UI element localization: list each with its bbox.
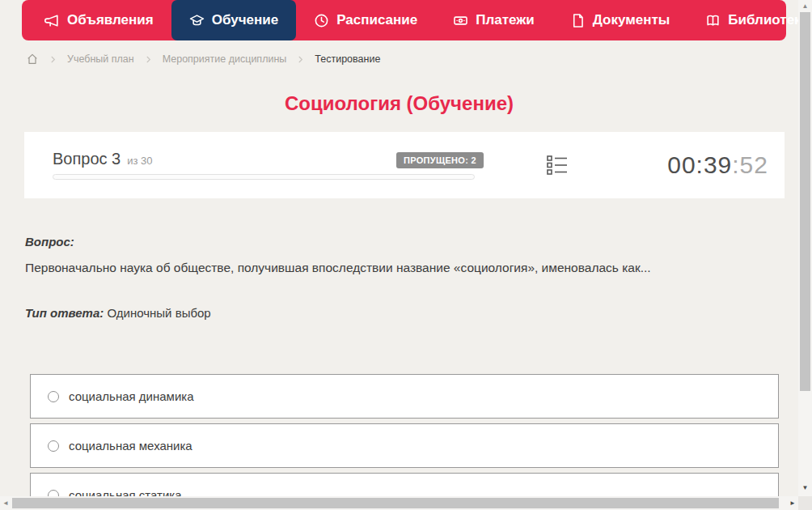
scroll-up-arrow-icon[interactable]: ▲: [798, 2, 812, 10]
answer-type-label: Тип ответа:: [25, 306, 104, 320]
breadcrumb: Учебный план Мероприятие дисциплины Тест…: [26, 51, 380, 67]
nav-item-documents[interactable]: Документы: [552, 0, 688, 40]
question-counter: Вопрос 3 из 30: [53, 150, 153, 168]
top-navigation: Объявления Обучение Расписание Платежи Д…: [22, 0, 786, 40]
home-icon[interactable]: [26, 53, 39, 66]
book-icon: [705, 13, 721, 28]
horizontal-scrollbar-thumb[interactable]: [12, 498, 779, 508]
question-header-card: Вопрос 3 из 30 ПРОПУЩЕНО: 2 00:39:52: [24, 132, 785, 198]
scroll-right-arrow-icon[interactable]: ►: [789, 499, 796, 507]
chevron-right-icon: [49, 55, 57, 64]
clock-icon: [314, 13, 329, 28]
nav-item-label: Обучение: [212, 12, 278, 28]
nav-item-label: Документы: [593, 12, 670, 28]
quiz-page: Объявления Обучение Расписание Платежи Д…: [0, 0, 812, 510]
breadcrumb-item-testing: Тестирование: [315, 53, 380, 65]
timer-minutes: 00:39: [667, 151, 732, 178]
vertical-scrollbar-thumb[interactable]: [800, 12, 810, 391]
banknote-icon: [453, 13, 468, 28]
answer-type-value: Одиночный выбор: [107, 306, 210, 320]
answer-type-row: Тип ответа: Одиночный выбор: [25, 306, 211, 320]
question-list-icon: [546, 155, 569, 176]
nav-item-label: Расписание: [336, 12, 417, 28]
answer-option-label: социальная механика: [69, 439, 192, 453]
breadcrumb-item-curriculum[interactable]: Учебный план: [67, 53, 134, 65]
nav-item-schedule[interactable]: Расписание: [296, 0, 435, 40]
question-total: из 30: [127, 155, 152, 167]
page-title: Социология (Обучение): [0, 92, 798, 115]
vertical-scrollbar[interactable]: ▲ ▼: [798, 0, 812, 496]
graduation-cap-icon: [189, 13, 205, 28]
question-list-button[interactable]: [546, 155, 570, 177]
nav-item-announcements[interactable]: Объявления: [27, 0, 171, 40]
question-text: Первоначально наука об обществе, получив…: [25, 259, 777, 277]
nav-item-library[interactable]: Библиотека: [687, 0, 812, 40]
breadcrumb-item-discipline-event[interactable]: Мероприятие дисциплины: [163, 53, 287, 65]
nav-item-payments[interactable]: Платежи: [435, 0, 552, 40]
nav-item-label: Объявления: [67, 12, 154, 28]
horizontal-scrollbar[interactable]: ◄ ►: [0, 496, 798, 510]
answer-option-2[interactable]: социальная механика: [30, 423, 779, 468]
nav-item-learning[interactable]: Обучение: [171, 0, 296, 40]
nav-item-label: Библиотека: [728, 12, 809, 28]
answer-option-label: социальная динамика: [69, 389, 194, 403]
timer: 00:39:52: [667, 151, 768, 179]
question-heading: Вопрос:: [25, 235, 777, 249]
question-number: Вопрос 3: [53, 150, 121, 168]
scroll-left-arrow-icon[interactable]: ◄: [2, 499, 9, 507]
timer-seconds: :52: [732, 151, 768, 178]
skipped-badge: ПРОПУЩЕНО: 2: [396, 152, 484, 168]
answer-option-1[interactable]: социальная динамика: [30, 374, 779, 419]
chevron-right-icon: [296, 55, 305, 64]
question-section: Вопрос: Первоначально наука об обществе,…: [25, 235, 777, 277]
nav-item-label: Платежи: [476, 12, 535, 28]
radio-button-icon[interactable]: [48, 440, 59, 452]
chevron-right-icon: [144, 55, 153, 64]
megaphone-icon: [44, 13, 60, 28]
document-icon: [570, 13, 586, 28]
progress-bar: [53, 174, 475, 180]
radio-button-icon[interactable]: [48, 391, 59, 402]
scroll-down-arrow-icon[interactable]: ▼: [798, 484, 812, 491]
scrollbar-corner: [798, 496, 812, 510]
